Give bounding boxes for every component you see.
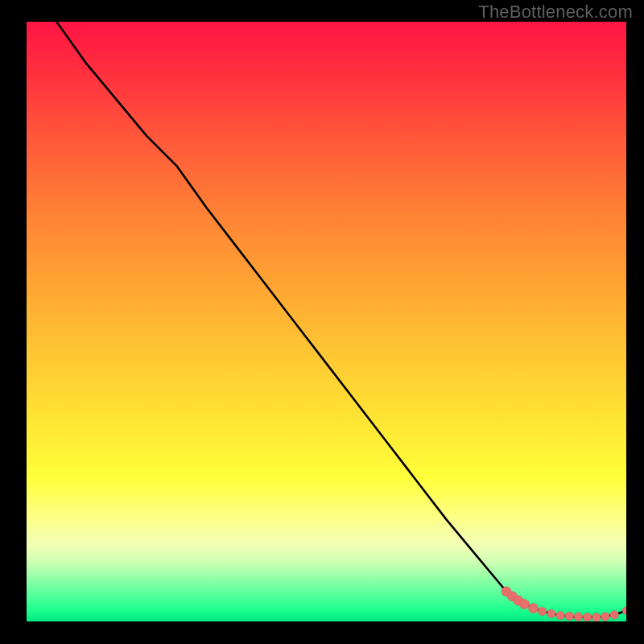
bottleneck-curve-line — [27, 22, 626, 617]
watermark-text: TheBottleneck.com — [478, 2, 633, 23]
data-marker — [601, 613, 609, 621]
chart-frame: TheBottleneck.com — [0, 0, 644, 644]
data-marker — [539, 607, 547, 615]
data-markers — [502, 587, 626, 621]
data-marker — [622, 607, 626, 615]
data-marker — [574, 613, 582, 621]
data-marker — [547, 609, 555, 617]
data-marker — [583, 613, 591, 621]
data-marker — [565, 612, 573, 620]
data-marker — [610, 611, 618, 619]
data-marker — [519, 599, 529, 609]
data-marker — [556, 611, 564, 619]
plot-overlay — [27, 22, 626, 621]
data-marker — [529, 604, 539, 613]
data-marker — [592, 613, 601, 621]
